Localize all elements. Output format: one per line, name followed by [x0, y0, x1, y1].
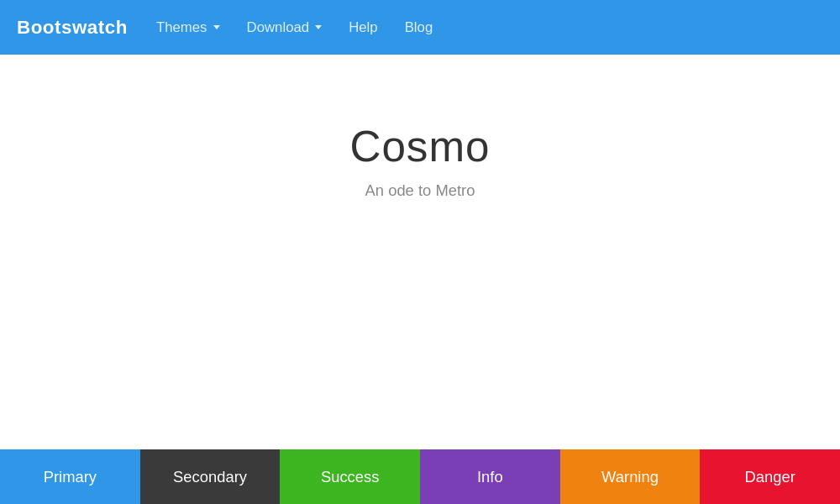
- nav-item-help[interactable]: Help: [337, 13, 390, 43]
- nav-item-download[interactable]: Download: [235, 13, 334, 43]
- nav-item-blog[interactable]: Blog: [393, 13, 445, 43]
- chevron-down-icon: [315, 25, 322, 29]
- success-button[interactable]: Success: [280, 449, 420, 504]
- navbar: Bootswatch ThemesDownloadHelpBlog: [0, 0, 840, 55]
- hero-section: Cosmo An ode to Metro: [0, 55, 840, 250]
- danger-button[interactable]: Danger: [700, 449, 840, 504]
- navbar-brand[interactable]: Bootswatch: [17, 17, 128, 39]
- info-button[interactable]: Info: [420, 449, 560, 504]
- secondary-button[interactable]: Secondary: [140, 449, 281, 504]
- nav-links: ThemesDownloadHelpBlog: [144, 13, 444, 43]
- nav-item-themes[interactable]: Themes: [144, 13, 232, 43]
- warning-button[interactable]: Warning: [560, 449, 701, 504]
- button-row: PrimarySecondarySuccessInfoWarningDanger: [0, 449, 840, 504]
- hero-title: Cosmo: [349, 122, 490, 171]
- hero-subtitle: An ode to Metro: [365, 181, 475, 200]
- primary-button[interactable]: Primary: [0, 449, 140, 504]
- chevron-down-icon: [213, 25, 220, 29]
